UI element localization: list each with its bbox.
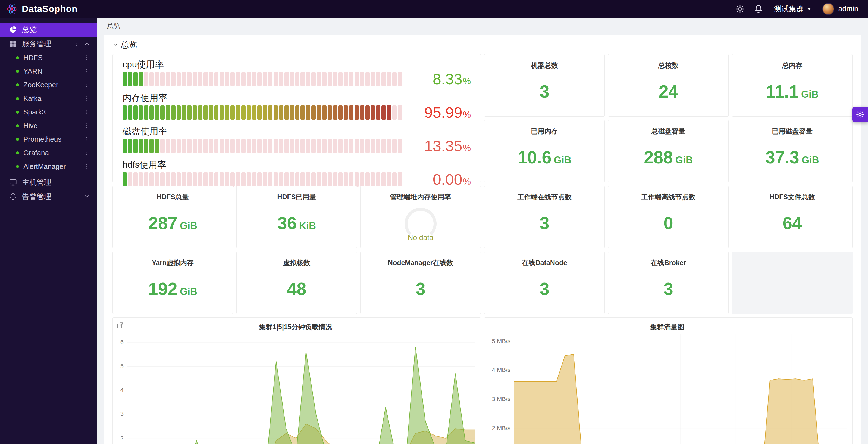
more-icon[interactable] xyxy=(84,95,90,101)
gauge-segment xyxy=(241,105,246,120)
gauge-segment xyxy=(398,105,402,120)
gauge-segment xyxy=(193,72,197,86)
alarm-icon xyxy=(9,193,17,201)
sidebar-item-prometheus[interactable]: Prometheus xyxy=(0,132,97,146)
stat-card: 工作端离线节点数0 xyxy=(608,186,728,248)
stat-card: 管理端堆内存使用率No data xyxy=(360,186,481,248)
stat-card: HDFS文件总数64 xyxy=(732,186,852,248)
gauge-segment xyxy=(317,172,321,187)
sidebar-item-hdfs[interactable]: HDFS xyxy=(0,51,97,64)
gauge-segment xyxy=(166,72,170,86)
cluster-selector[interactable]: 测试集群 xyxy=(774,4,811,14)
stat-card-title: 已用内存 xyxy=(528,127,561,136)
gauge-segment xyxy=(354,72,359,86)
gauge-segment xyxy=(123,72,127,86)
gauge-segment xyxy=(311,139,316,153)
user-avatar[interactable] xyxy=(823,3,834,15)
gauge-segment xyxy=(209,72,213,86)
gauge-segment xyxy=(133,72,138,86)
stat-card-title: 虚拟核数 xyxy=(280,258,313,267)
gauge-hdfs: hdfs使用率0.00% xyxy=(123,159,471,188)
gauge-segment xyxy=(365,139,370,153)
sidebar-item-overview[interactable]: 总览 xyxy=(0,23,97,37)
stat-card: Yarn虚拟内存192GiB xyxy=(113,251,233,314)
chevron-down-icon[interactable] xyxy=(84,194,90,200)
open-in-new-icon[interactable] xyxy=(117,322,124,329)
gauge-segment xyxy=(381,139,386,153)
caret-down-icon xyxy=(807,7,811,10)
gauge-segment xyxy=(177,172,181,187)
sidebar-item-grafana[interactable]: Grafana xyxy=(0,146,97,159)
gauge-segment xyxy=(204,139,208,153)
more-icon[interactable] xyxy=(84,136,90,142)
gauge-segment xyxy=(187,105,191,120)
gauge-segment xyxy=(381,172,386,187)
service-label: ZooKeeper xyxy=(23,81,80,89)
y-axis-tick-label: 3 MB/s xyxy=(492,395,510,403)
sidebar-item-host-management[interactable]: 主机管理 xyxy=(0,175,97,189)
gauge-segment xyxy=(376,172,380,187)
gauge-disk: 磁盘使用率13.35% xyxy=(123,126,471,155)
stat-card-title: 总内存 xyxy=(779,61,805,70)
y-axis-tick-label: 2 xyxy=(120,435,124,442)
gauge-bar xyxy=(123,105,402,120)
chart-title: 集群流量图 xyxy=(488,321,847,332)
stat-card-value: 3 xyxy=(416,279,426,299)
chevron-up-icon[interactable] xyxy=(84,41,90,47)
sidebar-item-label: 告警管理 xyxy=(22,192,79,202)
more-icon[interactable] xyxy=(84,109,90,115)
sidebar-item-service-management[interactable]: 服务管理 xyxy=(0,37,97,51)
gauge-segment xyxy=(338,105,343,120)
settings-gear-icon[interactable] xyxy=(736,4,745,13)
gauge-segment xyxy=(204,105,208,120)
gauge-segment xyxy=(144,172,148,187)
sidebar-item-kafka[interactable]: Kafka xyxy=(0,92,97,105)
gauge-segment xyxy=(209,105,213,120)
gauge-segment xyxy=(144,105,148,120)
sidebar-item-alert-management[interactable]: 告警管理 xyxy=(0,189,97,204)
load-chart-plot xyxy=(127,334,475,444)
sidebar-item-hive[interactable]: Hive xyxy=(0,119,97,132)
sidebar-item-label: 总览 xyxy=(22,25,90,34)
stat-card-value: 3 xyxy=(539,213,549,233)
alert-bell-icon[interactable] xyxy=(754,4,763,13)
stat-card-value: 192GiB xyxy=(148,279,197,299)
sidebar-item-zookeeper[interactable]: ZooKeeper xyxy=(0,78,97,92)
stat-card-value: 288GiB xyxy=(644,147,693,168)
more-icon[interactable] xyxy=(84,68,90,74)
more-icon[interactable] xyxy=(84,123,90,128)
gauge-segment xyxy=(225,72,229,86)
stat-card-title: 总磁盘容量 xyxy=(649,127,688,136)
gauge-segment xyxy=(398,72,402,86)
gauge-segment xyxy=(301,172,305,187)
dashboard-grid: cpu使用率8.33%内存使用率95.99%磁盘使用率13.35%hdfs使用率… xyxy=(113,54,852,444)
gauge-segment xyxy=(230,105,235,120)
stat-card-value: 3 xyxy=(663,279,673,299)
gauge-segment xyxy=(333,72,337,86)
gauge-segment xyxy=(198,105,203,120)
sidebar-item-yarn[interactable]: YARN xyxy=(0,64,97,78)
gauge-segment xyxy=(268,172,273,187)
sidebar-item-alertmanager[interactable]: AlertManager xyxy=(0,159,97,173)
more-icon[interactable] xyxy=(73,41,79,47)
appstore-icon xyxy=(9,40,17,48)
gauge-segment xyxy=(230,139,235,153)
gauge-segment xyxy=(360,139,364,153)
more-icon[interactable] xyxy=(84,150,90,156)
gauge-segment xyxy=(155,139,159,153)
more-icon[interactable] xyxy=(84,82,90,88)
stat-card-value: 36KiB xyxy=(277,213,316,233)
gauge-segment xyxy=(274,105,278,120)
overview-section-toggle[interactable]: 总览 xyxy=(113,39,852,50)
gauge-segment xyxy=(328,72,332,86)
stat-card-value: 37.3GiB xyxy=(765,147,819,168)
gauge-segment xyxy=(252,105,256,120)
floating-settings-button[interactable] xyxy=(852,107,868,122)
sidebar-item-spark3[interactable]: Spark3 xyxy=(0,105,97,119)
gauge-segment xyxy=(257,139,261,153)
gauge-value: 95.99% xyxy=(407,103,471,121)
gauge-segment xyxy=(328,105,332,120)
gauge-segment xyxy=(317,139,321,153)
more-icon[interactable] xyxy=(84,55,90,61)
more-icon[interactable] xyxy=(84,164,90,169)
